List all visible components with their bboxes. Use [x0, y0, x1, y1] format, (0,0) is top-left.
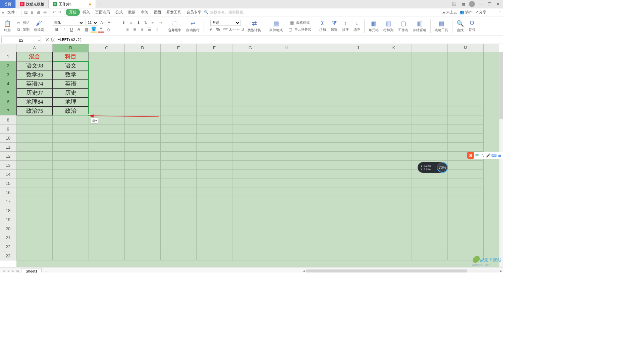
- cell-L19[interactable]: [412, 215, 448, 224]
- cell-A5[interactable]: 历史97: [16, 88, 53, 97]
- sheet-button[interactable]: ▢工作表: [396, 18, 410, 34]
- cell-M13[interactable]: [448, 161, 484, 170]
- cell-B5[interactable]: 历史: [53, 88, 89, 97]
- cell-A14[interactable]: [16, 170, 53, 179]
- tab-templates[interactable]: D 找稻壳模板: [16, 0, 49, 8]
- cell-B17[interactable]: [53, 197, 89, 206]
- strike-icon[interactable]: A̶: [76, 27, 82, 33]
- cell-H14[interactable]: [268, 170, 304, 179]
- cell-F10[interactable]: [197, 134, 232, 143]
- cell-D16[interactable]: [125, 188, 161, 197]
- cell-A12[interactable]: [16, 152, 53, 161]
- cell-F23[interactable]: [197, 251, 232, 260]
- cell-A3[interactable]: 数学85: [16, 70, 53, 79]
- cell-D5[interactable]: [125, 88, 161, 97]
- cell-J11[interactable]: [340, 143, 376, 152]
- row-header-4[interactable]: 4: [0, 79, 16, 88]
- cell-E13[interactable]: [161, 161, 197, 170]
- cell-M5[interactable]: [448, 88, 484, 97]
- cell-J19[interactable]: [340, 215, 376, 224]
- cell-J22[interactable]: [340, 242, 376, 251]
- align-top-icon[interactable]: ⬆: [121, 20, 127, 26]
- cell-L10[interactable]: [412, 134, 448, 143]
- align-right-icon[interactable]: ≡: [139, 27, 145, 33]
- cell-A4[interactable]: 英语74: [16, 79, 53, 88]
- sheet-next-icon[interactable]: >: [11, 269, 15, 273]
- cell-M21[interactable]: [448, 233, 484, 242]
- cell-A21[interactable]: [16, 233, 53, 242]
- cell-B10[interactable]: [53, 134, 89, 143]
- row-header-5[interactable]: 5: [0, 88, 16, 97]
- row-header-14[interactable]: 14: [0, 170, 16, 179]
- row-header-18[interactable]: 18: [0, 206, 16, 215]
- cell-C7[interactable]: [89, 106, 125, 115]
- cell-D17[interactable]: [125, 197, 161, 206]
- cell-D7[interactable]: [125, 106, 161, 115]
- cell-J13[interactable]: [340, 161, 376, 170]
- cell-I12[interactable]: [304, 152, 340, 161]
- cell-H21[interactable]: [268, 233, 304, 242]
- cell-A18[interactable]: [16, 206, 53, 215]
- rowcol-button[interactable]: ▥行和列: [382, 18, 395, 34]
- cell-H1[interactable]: [268, 52, 304, 61]
- cell-A16[interactable]: [16, 188, 53, 197]
- cell-L1[interactable]: [412, 52, 448, 61]
- cell-J1[interactable]: [340, 52, 376, 61]
- align-center-icon[interactable]: ≣: [132, 27, 138, 33]
- row-header-7[interactable]: 7: [0, 106, 16, 115]
- cell-K13[interactable]: [376, 161, 412, 170]
- cell-C6[interactable]: [89, 97, 125, 106]
- cell-B15[interactable]: [53, 179, 89, 188]
- ime-keyboard-icon[interactable]: ⌨: [491, 153, 497, 158]
- cell-G18[interactable]: [232, 206, 268, 215]
- cell-F22[interactable]: [197, 242, 232, 251]
- paste-button[interactable]: 📋粘贴: [2, 18, 13, 34]
- cell-D11[interactable]: [125, 143, 161, 152]
- cell-K17[interactable]: [376, 197, 412, 206]
- ribbon-tab-insert[interactable]: 插入: [80, 9, 93, 15]
- cell-I13[interactable]: [304, 161, 340, 170]
- cell-M6[interactable]: [448, 97, 484, 106]
- cell-I11[interactable]: [304, 143, 340, 152]
- cell-C19[interactable]: [89, 215, 125, 224]
- cell-G23[interactable]: [232, 251, 268, 260]
- cell-F19[interactable]: [197, 215, 232, 224]
- cell-B20[interactable]: [53, 224, 89, 233]
- col-header-J[interactable]: J: [340, 44, 376, 52]
- cell-I1[interactable]: [304, 52, 340, 61]
- cell-C9[interactable]: [89, 124, 125, 134]
- row-header-23[interactable]: 23: [0, 251, 16, 260]
- collapse-ribbon-icon[interactable]: ⌃: [498, 10, 501, 14]
- cell-B7[interactable]: 政治: [53, 106, 89, 115]
- cell-K11[interactable]: [376, 143, 412, 152]
- cell-D20[interactable]: [125, 224, 161, 233]
- cell-F17[interactable]: [197, 197, 232, 206]
- find-button[interactable]: 🔍查找: [455, 18, 466, 34]
- cell-D4[interactable]: [125, 79, 161, 88]
- cell-C11[interactable]: [89, 143, 125, 152]
- cell-G4[interactable]: [232, 79, 268, 88]
- ime-lang[interactable]: 中: [474, 153, 480, 158]
- more-icon[interactable]: ⋯: [490, 10, 494, 14]
- cell-A7[interactable]: 政治75: [16, 106, 53, 115]
- cell-M16[interactable]: [448, 188, 484, 197]
- fx-icon[interactable]: fx: [51, 37, 55, 43]
- cell-M14[interactable]: [448, 170, 484, 179]
- file-menu[interactable]: 文件⌄: [5, 9, 20, 15]
- cell-I9[interactable]: [304, 124, 340, 134]
- cell-C20[interactable]: [89, 224, 125, 233]
- cell-D3[interactable]: [125, 70, 161, 79]
- cell-F7[interactable]: [197, 106, 232, 115]
- cell-E21[interactable]: [161, 233, 197, 242]
- cell-H20[interactable]: [268, 224, 304, 233]
- italic-icon[interactable]: I: [61, 27, 67, 33]
- cell-G22[interactable]: [232, 242, 268, 251]
- cell-H13[interactable]: [268, 161, 304, 170]
- cell-L4[interactable]: [412, 79, 448, 88]
- cell-M4[interactable]: [448, 79, 484, 88]
- cell-K19[interactable]: [376, 215, 412, 224]
- row-header-1[interactable]: 1: [0, 52, 16, 61]
- cell-J20[interactable]: [340, 224, 376, 233]
- cell-L12[interactable]: [412, 152, 448, 161]
- cell-J21[interactable]: [340, 233, 376, 242]
